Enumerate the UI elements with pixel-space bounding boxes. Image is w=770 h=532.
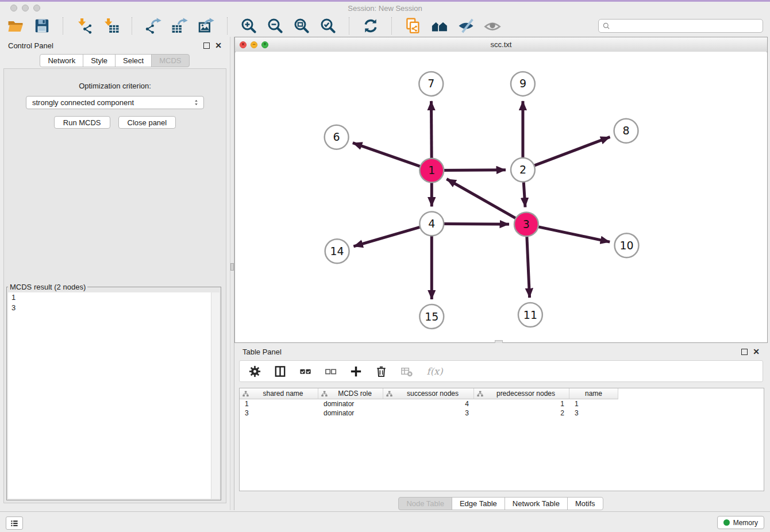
show-graphics-details-button[interactable] (484, 17, 501, 34)
table-row[interactable]: 1dominator411 (240, 399, 764, 408)
search-input[interactable] (613, 21, 759, 31)
node-14[interactable]: 14 (325, 239, 349, 263)
main-toolbar (0, 15, 770, 37)
criterion-select-value: strongly connected component (32, 98, 192, 107)
app-title: Session: New Session (0, 4, 770, 13)
table-tab-edge-table[interactable]: Edge Table (452, 497, 505, 510)
copy-network-button[interactable] (405, 17, 422, 34)
shared-column-icon (386, 390, 393, 398)
toolbar-separator (349, 17, 350, 34)
criterion-select[interactable]: strongly connected component (26, 96, 204, 109)
zoom-selected-button[interactable] (319, 17, 337, 34)
node-4[interactable]: 4 (419, 211, 444, 236)
hide-graphics-details-button[interactable] (457, 17, 475, 34)
snapshot-icon (405, 17, 422, 34)
column-header-successor-nodes[interactable]: successor nodes (383, 388, 474, 399)
tab-style[interactable]: Style (83, 54, 116, 67)
toolbar-button-groups (7, 17, 598, 34)
zoom-fit-icon (293, 17, 310, 34)
search-field[interactable] (598, 19, 763, 33)
tab-network[interactable]: Network (40, 54, 83, 67)
node-8[interactable]: 8 (614, 119, 638, 143)
control-panel-float-icon[interactable] (203, 43, 210, 49)
vertical-splitter-handle[interactable] (230, 263, 234, 271)
table-tab-motifs[interactable]: Motifs (567, 497, 603, 510)
delete-columns-button[interactable] (375, 365, 388, 378)
cell-predecessor-nodes: 1 (474, 400, 569, 408)
cell-successor-nodes: 3 (383, 409, 474, 417)
cell-predecessor-nodes: 2 (474, 409, 569, 417)
table-tab-node-table[interactable]: Node Table (398, 497, 452, 510)
shared-column-icon (321, 390, 328, 398)
import-network-button[interactable] (76, 17, 93, 34)
tab-mcds[interactable]: MCDS (151, 54, 189, 67)
memory-status-icon (723, 519, 730, 526)
open-session-button[interactable] (7, 17, 24, 34)
export-table-button[interactable] (171, 17, 188, 34)
table-row[interactable]: 3dominator323 (240, 408, 764, 418)
edge-2-8[interactable] (523, 137, 610, 169)
zoom-in-button[interactable] (240, 17, 257, 34)
tab-select[interactable]: Select (115, 54, 152, 67)
mcds-panel: Optimization criterion: strongly connect… (3, 68, 226, 503)
table-panel-close-icon[interactable]: ✕ (753, 349, 760, 354)
node-1[interactable]: 1 (419, 159, 444, 183)
list-icon (9, 518, 20, 529)
vertical-splitter[interactable] (230, 37, 234, 510)
gear-icon (248, 365, 261, 378)
column-header-mcds-role[interactable]: MCDS role (318, 388, 383, 399)
chk-off-icon (324, 365, 337, 378)
column-header-shared-name[interactable]: shared name (240, 388, 318, 399)
memory-label: Memory (733, 519, 758, 527)
network-canvas[interactable]: 1 2 3 4 6 7 8 9 10 11 14 15 (236, 52, 767, 342)
control-panel-close-icon[interactable]: ✕ (215, 43, 222, 48)
apply-layout-button[interactable] (362, 17, 379, 34)
fx-icon (425, 365, 445, 378)
node-6[interactable]: 6 (325, 125, 349, 149)
edge-3-1[interactable] (446, 179, 526, 224)
table-panel-header: Table Panel ✕ (234, 343, 768, 360)
node-3[interactable]: 3 (514, 212, 538, 236)
node-label: 2 (519, 163, 526, 176)
cell-name: 3 (569, 409, 618, 417)
node-10[interactable]: 10 (615, 233, 639, 257)
node-15[interactable]: 15 (419, 304, 444, 329)
select-all-columns-button[interactable] (299, 365, 312, 378)
node-9[interactable]: 9 (511, 72, 535, 96)
import-table-button[interactable] (102, 17, 120, 34)
control-panel-tabs: NetworkStyleSelectMCDS (0, 54, 230, 67)
network-window-titlebar[interactable]: × − + scc.txt (235, 37, 767, 52)
save-session-button[interactable] (33, 17, 51, 34)
node-11[interactable]: 11 (518, 303, 542, 327)
node-2[interactable]: 2 (511, 158, 535, 182)
ndex-home-button[interactable] (431, 17, 448, 34)
node-7[interactable]: 7 (419, 72, 443, 96)
table-tab-network-table[interactable]: Network Table (505, 497, 568, 510)
export-img-icon (198, 17, 215, 34)
task-history-button[interactable] (6, 516, 23, 530)
refresh-icon (362, 17, 379, 34)
unselect-all-columns-button[interactable] (324, 365, 337, 378)
column-header-name[interactable]: name (569, 388, 618, 399)
import-table-icon (102, 17, 120, 34)
network-window-title: scc.txt (235, 40, 767, 49)
create-column-button[interactable] (349, 365, 363, 378)
zoom-out-button[interactable] (267, 17, 284, 34)
folder-icon (7, 17, 24, 34)
close-panel-button[interactable]: Close panel (118, 116, 176, 129)
control-panel-header: Control Panel ✕ (0, 37, 230, 54)
export-network-button[interactable] (145, 17, 162, 34)
memory-button[interactable]: Memory (717, 516, 764, 529)
edge-3-10[interactable] (526, 224, 610, 242)
zoom-fit-button[interactable] (293, 17, 310, 34)
export-image-button[interactable] (198, 17, 215, 34)
column-header-predecessor-nodes[interactable]: predecessor nodes (474, 388, 569, 399)
table-panel-float-icon[interactable] (741, 349, 748, 355)
cell-mcds-role: dominator (318, 400, 383, 408)
show-columns-button[interactable] (274, 365, 287, 378)
run-mcds-button[interactable]: Run MCDS (54, 116, 110, 129)
mcds-result-title: MCDS result (2 nodes) (8, 283, 87, 291)
node-label: 10 (619, 239, 633, 252)
column-settings-button[interactable] (248, 365, 261, 378)
result-scrollbar[interactable] (211, 292, 220, 499)
